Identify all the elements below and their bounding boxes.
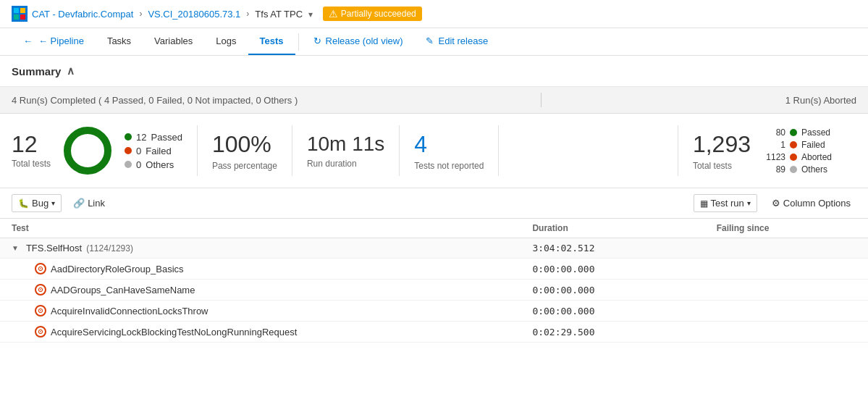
aborted-passed-dot (790, 129, 797, 136)
brand-icon (12, 6, 28, 22)
svg-rect-1 (20, 8, 25, 13)
test-name-2: AADGroups_CanHaveSameName (51, 285, 195, 295)
table-row: ⊙ AcquireServicingLockBlockingTestNoLong… (0, 322, 868, 343)
legend-failed: 0 Failed (125, 146, 182, 156)
test-failing-since-1 (705, 259, 868, 280)
aborted-passed-row: 80 Passed (762, 127, 842, 138)
table-row: ⊙ AadDirectoryRoleGroup_Basics 0:00:00.0… (0, 259, 868, 280)
nav-edit-release[interactable]: ✎ Edit release (414, 28, 500, 55)
group-duration: 3:04:02.512 (521, 238, 704, 259)
group-sub: (1124/1293) (86, 243, 133, 253)
table-row: ▼ TFS.SelfHost (1124/1293) 3:04:02.512 (0, 238, 868, 259)
svg-rect-0 (14, 8, 19, 13)
aborted-icon-2: ⊙ (35, 284, 46, 295)
header-bar: CAT - Devfabric.Compat › VS.CI_20180605.… (0, 0, 868, 28)
test-run-icon: ▦ (700, 198, 708, 209)
test-run-dropdown-icon[interactable]: ▾ (747, 199, 751, 207)
stats-banner: 4 Run(s) Completed ( 4 Passed, 0 Failed,… (0, 87, 868, 114)
test-table: Test Duration Failing since ▼ TFS.SelfHo… (0, 219, 868, 343)
nav-release-old[interactable]: ↻ Release (old view) (302, 28, 415, 55)
test-name-4: AcquireServicingLockBlockingTestNoLongRu… (51, 327, 297, 338)
link-button[interactable]: 🔗 Link (67, 195, 111, 211)
aborted-aborted-num: 1123 (762, 152, 785, 162)
column-options-button[interactable]: ⚙ Column Options (766, 195, 856, 211)
others-label: Others (146, 159, 174, 170)
group-label: TFS.SelfHost (26, 243, 82, 253)
nav-tests[interactable]: Tests (248, 28, 295, 55)
column-options-icon: ⚙ (772, 198, 780, 209)
others-count: 0 (136, 159, 141, 170)
test-duration-4: 0:02:29.500 (521, 322, 704, 343)
aborted-others-dot (790, 166, 797, 173)
nav-variables[interactable]: Variables (143, 28, 204, 55)
aborted-section: 1,293 Total tests 80 Passed 1 Failed 112… (678, 125, 856, 176)
env-dropdown-icon[interactable]: ▾ (308, 9, 313, 20)
refresh-icon: ↻ (313, 35, 321, 46)
stats-area: 12 Total tests 12 Passed 0 Failed (0, 114, 868, 188)
aborted-icon-3: ⊙ (35, 305, 46, 317)
nav-tasks[interactable]: Tasks (96, 28, 143, 55)
aborted-total: 1,293 (693, 131, 751, 158)
toolbar-right: ▦ Test run ▾ ⚙ Column Options (694, 194, 856, 212)
svg-rect-3 (20, 14, 25, 20)
group-failing-since (705, 238, 868, 259)
breadcrumb-cat[interactable]: CAT - Devfabric.Compat (32, 9, 133, 20)
test-failing-since-4 (705, 322, 868, 343)
unreported-label: Tests not reported (414, 161, 484, 171)
others-dot (125, 161, 132, 168)
legend-passed: 12 Passed (125, 132, 182, 143)
aborted-passed-num: 80 (762, 127, 785, 138)
breadcrumb-env: Tfs AT TPC ▾ (255, 9, 312, 20)
status-badge: ⚠ Partially succeeded (323, 7, 422, 21)
table-row: ⊙ AADGroups_CanHaveSameName 0:00:00.000 (0, 280, 868, 301)
table-header-row: Test Duration Failing since (0, 219, 868, 238)
test-failing-since-2 (705, 280, 868, 301)
donut-legend: 12 Passed 0 Failed 0 Others (125, 132, 182, 170)
col-failing-since: Failing since (705, 219, 868, 238)
aborted-banner-text: 1 Run(s) Aborted (785, 95, 856, 106)
bug-icon: 🐛 (18, 198, 29, 209)
failed-label: Failed (146, 146, 171, 156)
test-name-cell-2: ⊙ AADGroups_CanHaveSameName (0, 280, 521, 301)
test-name-1: AadDirectoryRoleGroup_Basics (51, 264, 184, 274)
toolbar-left: 🐛 Bug ▾ 🔗 Link (12, 194, 111, 212)
breadcrumb-build[interactable]: VS.CI_20180605.73.1 (148, 9, 240, 20)
aborted-failed-dot (790, 141, 797, 148)
aborted-total-label: Total tests (693, 161, 751, 171)
test-name-cell-3: ⊙ AcquireInvalidConnectionLocksThrow (0, 301, 521, 322)
pass-pct-section: 100% Pass percentage (198, 125, 292, 176)
passed-label: Passed (151, 132, 182, 143)
aborted-failed-label: Failed (801, 140, 825, 150)
col-duration: Duration (521, 219, 704, 238)
nav-logs[interactable]: Logs (204, 28, 248, 55)
completed-banner-text: 4 Run(s) Completed ( 4 Passed, 0 Failed,… (12, 95, 298, 106)
total-tests-label: Total tests (12, 159, 51, 169)
edit-icon: ✎ (426, 35, 434, 46)
test-failing-since-3 (705, 301, 868, 322)
stats-banner-divider (541, 93, 542, 107)
link-icon: 🔗 (73, 198, 85, 209)
aborted-others-label: Others (801, 164, 827, 175)
test-run-button[interactable]: ▦ Test run ▾ (694, 194, 757, 212)
bug-dropdown-icon[interactable]: ▾ (51, 199, 55, 207)
toolbar: 🐛 Bug ▾ 🔗 Link ▦ Test run ▾ ⚙ Column Opt… (0, 188, 868, 219)
test-name-cell-4: ⊙ AcquireServicingLockBlockingTestNoLong… (0, 322, 521, 343)
test-duration-2: 0:00:00.000 (521, 280, 704, 301)
nav-divider (298, 33, 299, 51)
test-name-3: AcquireInvalidConnectionLocksThrow (51, 306, 208, 317)
failed-dot (125, 147, 132, 154)
bug-button[interactable]: 🐛 Bug ▾ (12, 194, 62, 212)
pass-pct-label: Pass percentage (212, 161, 277, 171)
nav-bar: ← ← Pipeline Tasks Variables Logs Tests … (0, 28, 868, 56)
nav-pipeline[interactable]: ← ← Pipeline (12, 28, 96, 55)
total-tests-number: 12 (12, 133, 51, 156)
group-name-cell: ▼ TFS.SelfHost (1124/1293) (0, 238, 521, 259)
unreported-section: 4 Tests not reported (400, 125, 499, 176)
aborted-passed-label: Passed (801, 127, 830, 138)
pass-pct-number: 100% (212, 131, 277, 158)
total-tests-section: 12 Total tests 12 Passed 0 Failed (12, 125, 198, 176)
duration-label: Run duration (307, 159, 384, 169)
expand-icon[interactable]: ▼ (12, 244, 19, 252)
collapse-icon[interactable]: ∧ (67, 64, 75, 77)
test-duration-1: 0:00:00.000 (521, 259, 704, 280)
